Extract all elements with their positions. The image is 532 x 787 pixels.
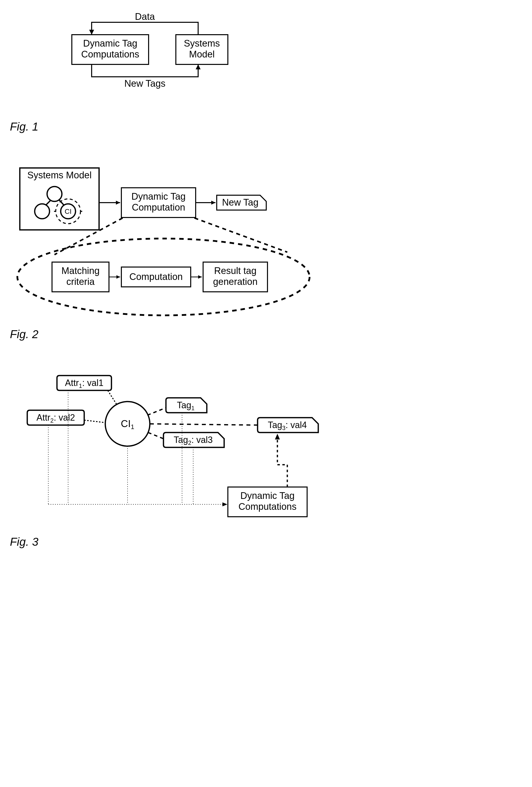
tag1-link [147, 408, 166, 415]
box-systems-model-line1: Systems [184, 38, 220, 48]
arrow-sub2-head [198, 275, 202, 279]
fig3-svg: CI1 Attr1: val1 Attr2: val2 Tag1 Tag2: v… [10, 370, 357, 529]
dtc-to-tag3 [277, 435, 287, 487]
fig1-label: Fig. 1 [10, 120, 522, 133]
fig1-svg: Data Dynamic Tag Computations Systems Mo… [10, 10, 282, 114]
dtc-to-tag3-head [275, 434, 280, 440]
dtc3-line2: Computations [238, 502, 296, 512]
arrow-data-head [89, 30, 94, 35]
attr1-link [108, 390, 116, 404]
attr2-link [84, 420, 105, 423]
tag2-link [148, 432, 164, 439]
attr1-label: Attr1: val1 [65, 378, 103, 389]
arrow-to-dtc-head [116, 201, 120, 205]
box-dynamic-tag-line1: Dynamic Tag [83, 38, 137, 48]
arrow-to-newtag-head [211, 201, 215, 205]
tag3-link [150, 424, 258, 425]
computation-label: Computation [129, 272, 183, 282]
result-line1: Result tag [214, 265, 256, 276]
figure-2: Systems Model CI Dynamic Tag Computation… [10, 163, 522, 341]
arrow-data [92, 22, 198, 35]
box-dynamic-tag-line2: Computations [81, 49, 139, 60]
attr2-label: Attr2: val2 [37, 412, 75, 424]
label-newtags: New Tags [124, 78, 166, 89]
dtc3-line1: Dynamic Tag [240, 490, 295, 501]
arrow-newtags [92, 64, 198, 77]
label-data: Data [135, 12, 155, 22]
tag3-label: Tag3: val4 [268, 420, 306, 431]
dtc-line1: Dynamic Tag [131, 191, 186, 201]
collector-arrowhead [222, 502, 227, 506]
new-tag-label: New Tag [222, 197, 258, 208]
dtc-line2: Computation [132, 202, 185, 213]
ci-node-label: CI [65, 208, 71, 215]
box-systems-model-line2: Model [189, 49, 215, 60]
callout-line-right [194, 218, 287, 252]
matching-line2: criteria [66, 276, 95, 287]
figure-3: CI1 Attr1: val1 Attr2: val2 Tag1 Tag2: v… [10, 370, 522, 549]
fig2-svg: Systems Model CI Dynamic Tag Computation… [10, 163, 357, 321]
fig3-label: Fig. 3 [10, 535, 522, 549]
result-line2: generation [213, 276, 258, 287]
tag2-label: Tag2: val3 [174, 435, 213, 446]
arrow-sub1-head [116, 275, 120, 279]
arrow-newtags-head [196, 64, 200, 69]
figure-1: Data Dynamic Tag Computations Systems Mo… [10, 10, 522, 133]
matching-line1: Matching [61, 265, 100, 276]
systems-model-label: Systems Model [27, 170, 92, 180]
fig2-label: Fig. 2 [10, 327, 522, 341]
